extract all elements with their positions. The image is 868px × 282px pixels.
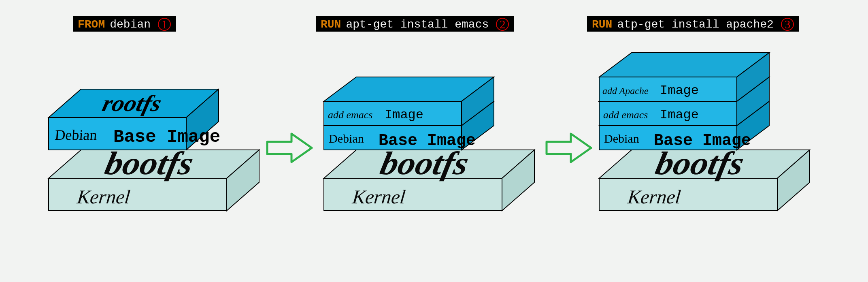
cmd-3-args: atp-get install apache2 — [617, 18, 773, 31]
step-2-base: bootfs Kernel — [324, 145, 534, 211]
add-emacs-label-2: add emacs — [328, 109, 372, 121]
debian-side-label-2: Debian — [329, 132, 364, 145]
cmd-3-keyword: RUN — [592, 18, 612, 31]
kernel-label: Kernel — [76, 186, 131, 207]
svg-marker-2 — [49, 178, 227, 211]
cmd-2-keyword: RUN — [321, 18, 341, 31]
add-apache-label: add Apache — [602, 85, 649, 96]
cmd-2-args: apt-get install emacs — [346, 18, 489, 31]
cmd-3: RUN atp-get install apache2 3 — [587, 16, 799, 32]
cmd-2: RUN apt-get install emacs 2 — [316, 16, 514, 32]
cmd-3-num: 3 — [781, 18, 794, 31]
debian-side-label-3: Debian — [604, 132, 639, 145]
arrow-2 — [547, 134, 591, 162]
image-label-3b: Image — [660, 83, 699, 98]
cmd-1-keyword: FROM — [78, 18, 105, 31]
kernel-label-3: Kernel — [626, 186, 682, 207]
step-1-base: bootfs Kernel — [49, 145, 259, 211]
bootfs-label-2: bootfs — [377, 145, 472, 181]
base-image-label-2: Base Image — [379, 132, 476, 150]
cmd-1: FROM debian 1 — [73, 16, 176, 32]
cmd-2-num: 2 — [496, 18, 509, 31]
step-2-emacs-layer: add emacs Image — [324, 77, 494, 126]
bootfs-label-3: bootfs — [653, 145, 747, 181]
step-3-base: bootfs Kernel — [599, 145, 810, 211]
bootfs-label: bootfs — [102, 145, 197, 181]
cmd-1-num: 1 — [158, 18, 171, 31]
base-image-label-1: Base Image — [113, 127, 220, 147]
kernel-label-2: Kernel — [351, 186, 406, 207]
step-3-apache-layer: add Apache Image — [599, 53, 769, 101]
arrow-1 — [267, 134, 312, 162]
image-label-2: Image — [385, 107, 423, 122]
debian-side-label: Debian — [54, 127, 98, 143]
docker-layers-diagram: bootfs Kernel rootfs Debian Base Image b… — [0, 0, 868, 282]
svg-marker-17 — [599, 178, 777, 211]
svg-marker-8 — [324, 178, 502, 211]
base-image-label-3: Base Image — [654, 132, 751, 150]
add-emacs-label-3: add emacs — [603, 109, 648, 121]
rootfs-label: rootfs — [100, 90, 164, 116]
cmd-1-args: debian — [110, 18, 151, 31]
image-label-3a: Image — [660, 107, 699, 122]
